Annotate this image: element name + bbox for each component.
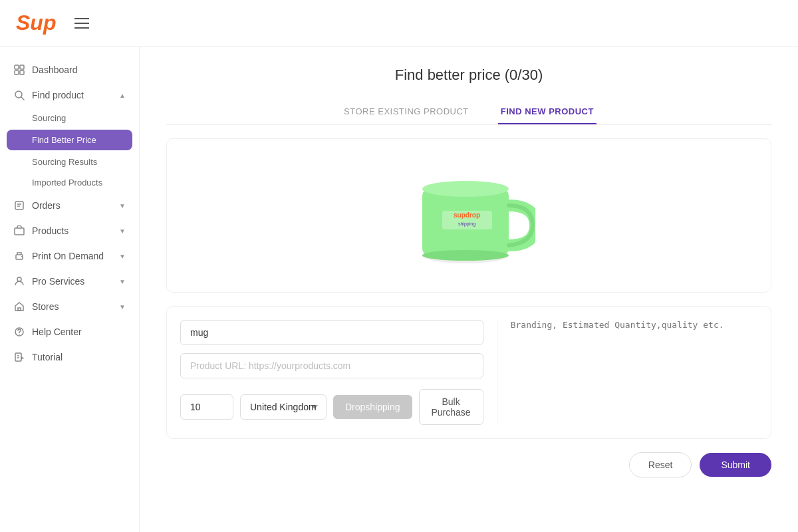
country-select[interactable]: United Kingdom United States Canada Aust… xyxy=(240,394,327,420)
sidebar-label-stores: Stores xyxy=(32,301,59,312)
logo: Sup xyxy=(16,11,56,35)
svg-text:supdrop: supdrop xyxy=(454,211,480,219)
header: Sup xyxy=(0,0,798,47)
sidebar-item-help-center[interactable]: Help Center xyxy=(0,319,139,344)
products-icon xyxy=(13,225,25,237)
sidebar-item-orders[interactable]: Orders ▼ xyxy=(0,193,139,218)
sidebar-label-tutorial: Tutorial xyxy=(32,352,63,362)
mug-illustration: supdrop shipping xyxy=(402,159,535,272)
sidebar-item-dashboard[interactable]: Dashboard xyxy=(0,57,139,82)
svg-point-11 xyxy=(21,256,23,257)
form-options-row: United Kingdom United States Canada Aust… xyxy=(180,389,483,425)
sidebar-label-pro-services: Pro Services xyxy=(32,276,84,287)
pro-services-icon xyxy=(13,275,25,287)
tutorial-icon xyxy=(13,351,25,363)
form-right-column xyxy=(497,320,757,425)
tab-bar: STORE EXISTING PRODUCT FIND NEW PRODUCT xyxy=(166,100,771,125)
bulk-purchase-button[interactable]: Bulk Purchase xyxy=(419,389,483,425)
svg-point-21 xyxy=(422,250,509,261)
chevron-down-icon-4: ▼ xyxy=(119,278,126,285)
layout: Dashboard Find product ▲ Sourcing Find B… xyxy=(0,47,798,532)
sidebar-label-help: Help Center xyxy=(32,327,82,337)
chevron-down-icon-5: ▼ xyxy=(119,303,126,311)
svg-rect-16 xyxy=(15,353,21,361)
svg-rect-9 xyxy=(15,228,24,235)
sidebar-sub-imported-products[interactable]: Imported Products xyxy=(0,172,139,193)
tab-store-existing[interactable]: STORE EXISTING PRODUCT xyxy=(341,100,471,124)
sidebar-label-print: Print On Demand xyxy=(32,251,104,261)
help-icon xyxy=(13,326,25,338)
sidebar-item-find-product[interactable]: Find product ▲ xyxy=(0,82,139,108)
sidebar-item-stores[interactable]: Stores ▼ xyxy=(0,294,139,319)
svg-point-22 xyxy=(422,181,509,197)
form-left-column: United Kingdom United States Canada Aust… xyxy=(180,320,497,425)
page-title: Find better price (0/30) xyxy=(166,66,771,84)
svg-line-5 xyxy=(21,97,24,100)
stores-icon xyxy=(13,301,25,313)
svg-rect-13 xyxy=(18,308,21,311)
sidebar-sub-sourcing-results[interactable]: Sourcing Results xyxy=(0,152,139,172)
print-icon xyxy=(13,250,25,262)
svg-rect-3 xyxy=(20,70,24,74)
form-footer: Reset Submit xyxy=(166,452,771,477)
sidebar: Dashboard Find product ▲ Sourcing Find B… xyxy=(0,47,140,532)
sidebar-label-find-product: Find product xyxy=(32,90,84,100)
quantity-input[interactable] xyxy=(180,394,233,420)
sidebar-item-pro-services[interactable]: Pro Services ▼ xyxy=(0,269,139,294)
find-product-icon xyxy=(13,89,25,101)
svg-rect-2 xyxy=(15,70,19,74)
svg-text:shipping: shipping xyxy=(458,221,475,227)
notes-input[interactable] xyxy=(511,320,757,400)
main-content: Find better price (0/30) STORE EXISTING … xyxy=(140,47,798,532)
sidebar-sub-sourcing[interactable]: Sourcing xyxy=(0,108,139,128)
chevron-down-icon-2: ▼ xyxy=(119,227,126,235)
svg-rect-1 xyxy=(20,65,24,69)
chevron-down-icon-3: ▼ xyxy=(119,253,126,260)
dropshipping-button[interactable]: Dropshipping xyxy=(333,395,412,419)
reset-button[interactable]: Reset xyxy=(629,452,692,477)
svg-rect-6 xyxy=(15,201,23,209)
orders-icon xyxy=(13,200,25,211)
dashboard-icon xyxy=(13,64,25,76)
menu-toggle[interactable] xyxy=(74,18,89,29)
sidebar-label-dashboard: Dashboard xyxy=(32,65,78,75)
sidebar-label-products: Products xyxy=(32,225,68,236)
product-url-input[interactable] xyxy=(180,353,483,378)
product-illustration-card: supdrop shipping xyxy=(166,138,771,293)
tab-find-new[interactable]: FIND NEW PRODUCT xyxy=(498,100,597,124)
svg-point-15 xyxy=(19,334,20,335)
chevron-down-icon: ▼ xyxy=(119,202,126,209)
product-name-input[interactable] xyxy=(180,320,483,345)
sidebar-item-print-on-demand[interactable]: Print On Demand ▼ xyxy=(0,243,139,269)
sidebar-item-products[interactable]: Products ▼ xyxy=(0,218,139,243)
sidebar-label-orders: Orders xyxy=(32,200,61,211)
sourcing-form: United Kingdom United States Canada Aust… xyxy=(166,306,771,439)
sidebar-sub-find-better-price[interactable]: Find Better Price xyxy=(7,130,132,150)
chevron-up-icon: ▲ xyxy=(119,92,126,99)
svg-rect-0 xyxy=(15,65,19,69)
sidebar-item-tutorial[interactable]: Tutorial xyxy=(0,344,139,370)
svg-point-12 xyxy=(17,277,21,281)
mug-area: supdrop shipping xyxy=(180,152,757,279)
submit-button[interactable]: Submit xyxy=(700,453,771,477)
